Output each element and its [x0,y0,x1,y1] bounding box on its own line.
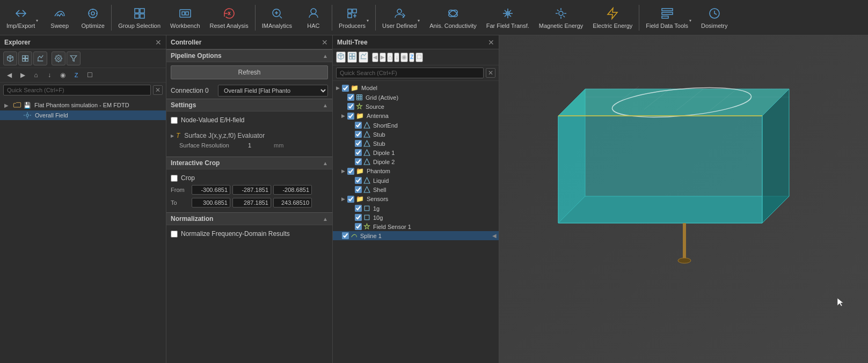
mt-check-sensors[interactable] [347,196,354,203]
toolbar-item-electric-energy[interactable]: Electric Energy [588,2,637,34]
toolbar-item-field-data-tools[interactable]: Field Data Tools ▾ [641,2,696,34]
nav-square-button[interactable]: ☐ [84,69,96,81]
explorer-search-clear-button[interactable]: ✕ [153,85,163,95]
toolbar-item-sweep[interactable]: Sweep [43,2,76,34]
mt-check-model[interactable] [342,85,349,92]
mt-item-dipole2[interactable]: Dipole 2 [333,157,499,166]
toolbar-item-group-selection[interactable]: Group Selection [114,2,165,34]
mt-check-liquid[interactable] [355,177,362,184]
toolbar-separator-3 [332,5,332,31]
mt-check-stub1[interactable] [355,131,362,138]
multitree-search-input[interactable] [336,68,484,78]
mt-check-grid[interactable] [347,94,354,101]
mt-item-dipole1[interactable]: Dipole 1 [333,148,499,157]
crop-checkbox[interactable] [171,175,178,182]
mt-check-antenna[interactable] [347,113,354,120]
mt-down-button[interactable]: ↓ [394,53,399,62]
mt-cube-button[interactable] [336,51,346,63]
mt-item-shell[interactable]: Shell [333,185,499,194]
explorer-grid-view-button[interactable] [18,51,32,65]
nav-forward-button[interactable]: ▶ [17,69,28,81]
mt-check-10g[interactable] [355,214,362,221]
mt-check-shortend[interactable] [355,122,362,129]
mt-check-dipole1[interactable] [355,149,362,156]
to-x-input[interactable] [192,198,230,208]
mt-check-stub2[interactable] [355,140,362,147]
node-valued-label: Node-Valued E/H-field [181,116,245,124]
toolbar-item-workbench[interactable]: Workbench [166,2,204,34]
mt-home-button[interactable]: ⌂ [387,53,393,62]
mt-item-grid-active[interactable]: Grid (Active) [333,93,499,102]
toolbar-item-far-field-transf[interactable]: Far Field Transf. [482,2,534,34]
mt-check-1g[interactable] [355,205,362,212]
multitree-search-clear-button[interactable]: ✕ [486,68,495,78]
node-valued-checkbox[interactable] [171,117,178,124]
mt-chart-button[interactable] [359,51,368,63]
mt-item-phantom[interactable]: ▶ 📁 Phantom [333,166,499,176]
mt-item-spline1[interactable]: Spline 1 ◀ [333,231,499,240]
mt-item-liquid[interactable]: Liquid [333,176,499,185]
mt-z-button[interactable]: Z [409,53,414,62]
nav-z-button[interactable]: Z [70,69,82,81]
mt-item-field-sensor-1[interactable]: Field Sensor 1 [333,222,499,231]
explorer-chart-view-button[interactable] [33,51,47,65]
mt-item-10g[interactable]: 10g [333,213,499,222]
multitree-title: Multi-Tree [337,39,368,46]
explorer-close-button[interactable]: ✕ [155,38,162,47]
mt-item-sensors[interactable]: ▶ 📁 Sensors [333,194,499,204]
mt-check-field-sensor-1[interactable] [355,223,362,230]
toolbar-item-optimize[interactable]: Optimize [77,2,109,34]
controller-close-button[interactable]: ✕ [322,38,328,47]
nav-down-button[interactable]: ↓ [43,69,55,81]
mt-item-antenna[interactable]: ▶ 📁 Antenna [333,111,499,121]
svg-marker-43 [364,177,370,183]
mt-square-button[interactable]: ☐ [415,53,423,62]
mt-item-shortend[interactable]: ShortEnd [333,121,499,130]
from-x-input[interactable] [192,185,230,195]
mt-check-spline1[interactable] [342,232,349,239]
mt-forward-button[interactable]: ▶ [380,53,386,62]
toolbar-item-anis-conductivity[interactable]: Anis. Conductivity [425,2,480,34]
pipeline-options-header[interactable]: Pipeline Options ▲ [166,49,332,62]
interactive-crop-header[interactable]: Interactive Crop ▲ [166,157,332,169]
toolbar-item-imanalytics[interactable]: IMAnalytics [258,2,296,34]
mt-eye-button[interactable]: ◉ [400,53,408,62]
connection-select[interactable]: Overall Field [Flat Phanto [218,85,328,97]
mt-item-stub2[interactable]: Stub [333,139,499,148]
explorer-cube-view-button[interactable] [3,51,17,65]
explorer-settings-button[interactable] [52,51,65,65]
mt-check-dipole2[interactable] [355,158,362,165]
toolbar-item-dosimetry[interactable]: Dosimetry [697,2,732,34]
mt-item-stub1[interactable]: Stub [333,130,499,139]
normalization-header[interactable]: Normalization ▲ [166,212,332,225]
toolbar-item-magnetic-energy[interactable]: Magnetic Energy [535,2,588,34]
mt-check-phantom[interactable] [347,168,354,175]
mt-item-1g[interactable]: 1g [333,204,499,213]
refresh-button[interactable]: Refresh [171,65,328,79]
toolbar-item-hac[interactable]: HAC [297,2,330,34]
nav-back-button[interactable]: ◀ [3,69,15,81]
to-y-input[interactable] [232,198,271,208]
mt-grid-button[interactable] [347,51,357,63]
normalize-checkbox[interactable] [171,231,178,238]
tree-item-overall-field[interactable]: Overall Field [0,110,166,120]
tree-item-sim-root[interactable]: ▶ 💾 Flat Phantom simulation - EM FDTD [0,100,166,110]
mt-item-model[interactable]: ▶ 📁 Model [333,83,499,93]
toolbar-item-producers[interactable]: Producers ▾ [334,2,373,34]
toolbar-item-imp-export[interactable]: Imp/Export ▾ [2,2,42,34]
mt-check-shell[interactable] [355,186,362,193]
mt-item-source[interactable]: Source [333,102,499,111]
toolbar-item-user-defined[interactable]: User Defined ▾ [378,2,424,34]
mt-check-source[interactable] [347,103,354,110]
explorer-filter-button[interactable] [67,51,81,65]
from-z-input[interactable] [273,185,312,195]
from-y-input[interactable] [232,185,271,195]
to-z-input[interactable] [273,198,312,208]
mt-back-button[interactable]: ◀ [372,53,378,62]
multitree-close-button[interactable]: ✕ [488,38,494,47]
nav-eye-button[interactable]: ◉ [57,69,69,81]
settings-header[interactable]: Settings ▲ [166,99,332,112]
nav-home-button[interactable]: ⌂ [30,69,42,81]
toolbar-item-reset-analysis[interactable]: Reset Analysis [206,2,253,34]
explorer-search-input[interactable] [3,85,151,95]
